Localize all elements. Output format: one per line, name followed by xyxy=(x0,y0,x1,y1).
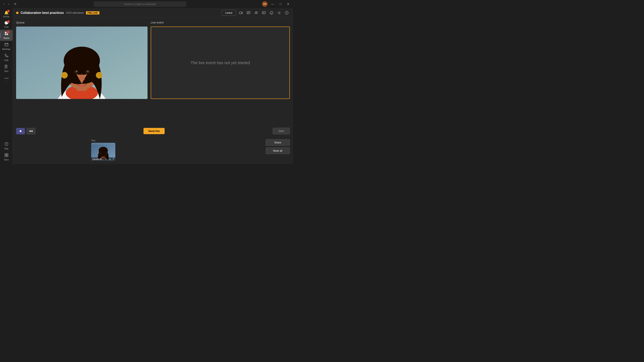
svg-point-36 xyxy=(286,12,287,12)
sidebar-item-meetings[interactable]: Meetings xyxy=(0,41,13,52)
view-split-button[interactable] xyxy=(26,128,36,134)
sidebar: 🔔 2 Activity 💬 1 Chat 1 Teams xyxy=(0,8,13,164)
start-button[interactable]: Start xyxy=(273,128,290,134)
share-button[interactable]: Share xyxy=(266,139,290,146)
maximize-button[interactable]: □ xyxy=(278,1,283,6)
svg-point-45 xyxy=(76,71,77,72)
svg-point-14 xyxy=(8,78,8,79)
participant-thumbnail: Danielle B... 📹 🎤 xyxy=(91,143,115,161)
sidebar-label-help: Help xyxy=(4,148,8,150)
participant-name: Danielle B... xyxy=(92,158,103,160)
calls-icon xyxy=(4,53,8,58)
svg-rect-11 xyxy=(6,67,6,67)
event-title: Collaboration best practices xyxy=(20,11,64,15)
mute-all-button[interactable]: Mute all xyxy=(266,147,290,154)
svg-point-47 xyxy=(62,72,68,78)
event-title-area: Collaboration best practices 3333 attend… xyxy=(16,11,100,15)
message-toolbar-button[interactable] xyxy=(261,10,267,16)
close-button[interactable]: ✕ xyxy=(285,1,292,6)
sidebar-label-files: Files xyxy=(4,70,8,72)
svg-rect-3 xyxy=(7,33,8,35)
content-area: Collaboration best practices 3333 attend… xyxy=(13,8,293,164)
svg-point-33 xyxy=(279,12,280,13)
queue-label: Queue xyxy=(16,21,148,24)
pre-live-badge: PRE-LIVE xyxy=(86,11,100,14)
svg-rect-19 xyxy=(5,155,6,157)
participants-toolbar-button[interactable] xyxy=(253,10,259,16)
sidebar-item-teams[interactable]: 1 Teams xyxy=(0,30,13,41)
view-single-button[interactable] xyxy=(16,128,25,134)
top-bar-right: Leave xyxy=(222,10,290,16)
participant-media-icons: 📹 🎤 xyxy=(108,158,114,160)
svg-point-55 xyxy=(105,153,107,154)
controls-left xyxy=(16,128,36,134)
svg-rect-0 xyxy=(5,32,6,33)
svg-point-32 xyxy=(272,12,272,13)
svg-point-12 xyxy=(5,78,6,79)
sidebar-label-more: ··· xyxy=(6,80,7,83)
sidebar-item-chat[interactable]: 💬 1 Chat xyxy=(0,19,13,30)
emoji-toolbar-button[interactable] xyxy=(268,10,274,16)
controls-row: Send live Start xyxy=(13,126,293,136)
sidebar-item-activity[interactable]: 🔔 2 Activity xyxy=(0,9,13,19)
sidebar-item-files[interactable]: Files xyxy=(0,63,13,74)
files-icon xyxy=(4,64,8,70)
svg-rect-27 xyxy=(262,11,266,14)
svg-rect-10 xyxy=(6,66,7,66)
svg-rect-18 xyxy=(7,153,8,155)
store-icon xyxy=(4,153,8,158)
video-on-icon: 📹 xyxy=(108,158,111,160)
live-event-panel: Live event The live event has not yet st… xyxy=(151,21,290,126)
participant-name-bar: Danielle B... 📹 🎤 xyxy=(91,157,115,161)
activity-icon: 🔔 2 xyxy=(4,10,9,15)
chat-toolbar-button[interactable] xyxy=(246,10,252,16)
titlebar-center xyxy=(18,1,262,7)
minimize-button[interactable]: — xyxy=(269,1,276,6)
live-event-label: Live event xyxy=(151,21,290,24)
bottom-area: You xyxy=(13,138,293,164)
svg-rect-9 xyxy=(6,65,7,66)
svg-point-25 xyxy=(255,12,256,13)
camera-toolbar-button[interactable] xyxy=(238,10,244,16)
sidebar-item-help[interactable]: ? Help xyxy=(0,140,13,151)
help-icon: ? xyxy=(4,142,8,147)
sidebar-item-more[interactable]: ··· xyxy=(0,74,13,84)
sidebar-label-store: Store xyxy=(4,159,9,161)
nav-back-button[interactable]: ‹ xyxy=(2,1,6,6)
top-bar: Collaboration best practices 3333 attend… xyxy=(13,8,293,18)
sidebar-bottom: ? Help Store xyxy=(0,140,13,164)
send-live-button[interactable]: Send live xyxy=(144,128,164,134)
avatar-status-indicator xyxy=(266,5,268,7)
view-single-icon xyxy=(20,130,21,132)
compose-button[interactable]: ✎ xyxy=(12,1,18,7)
more-icon xyxy=(4,76,8,80)
sidebar-label-meetings: Meetings xyxy=(2,48,10,50)
panels-row: Queue xyxy=(13,18,293,126)
search-input[interactable] xyxy=(94,1,186,7)
svg-point-13 xyxy=(6,78,7,79)
titlebar-right: DB — □ ✕ xyxy=(262,1,292,7)
live-dot xyxy=(16,12,18,14)
svg-rect-20 xyxy=(7,155,8,157)
sidebar-label-teams: Teams xyxy=(4,37,9,39)
svg-rect-4 xyxy=(5,43,8,46)
sidebar-label-chat: Chat xyxy=(4,26,8,28)
chat-icon: 💬 1 xyxy=(4,21,9,25)
chat-badge: 1 xyxy=(7,20,10,23)
sidebar-item-store[interactable]: Store xyxy=(0,151,13,162)
nav-forward-button[interactable]: › xyxy=(7,1,11,6)
sidebar-item-calls[interactable]: Calls xyxy=(0,52,13,63)
svg-rect-21 xyxy=(239,12,242,14)
info-toolbar-button[interactable] xyxy=(284,10,290,16)
meetings-icon xyxy=(4,42,8,47)
teams-icon: 1 xyxy=(4,31,8,36)
svg-rect-17 xyxy=(5,153,6,155)
svg-point-31 xyxy=(271,12,271,13)
leave-button[interactable]: Leave xyxy=(222,10,236,16)
svg-rect-2 xyxy=(5,33,6,35)
avatar-initials: DB xyxy=(263,2,266,5)
svg-point-48 xyxy=(96,72,102,78)
controls-right: Start xyxy=(273,128,290,134)
avatar[interactable]: DB xyxy=(262,1,268,7)
settings-toolbar-button[interactable] xyxy=(276,10,282,16)
